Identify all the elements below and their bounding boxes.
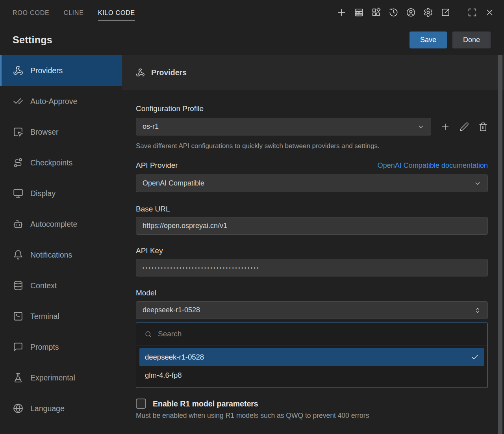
sidebar-item-label: Terminal xyxy=(30,312,59,321)
webhook-icon xyxy=(13,65,23,76)
sidebar-item-label: Language xyxy=(30,404,65,413)
api-key-input[interactable]: •••••••••••••••••••••••••••••••••••••• xyxy=(136,259,488,276)
openai-compatible-doc-link[interactable]: OpenAI Compatible documentation xyxy=(378,161,488,170)
check-icon xyxy=(471,353,479,361)
delete-profile-button[interactable] xyxy=(478,122,488,132)
model-value: deepseek-r1-0528 xyxy=(143,306,200,314)
open-in-editor-icon[interactable] xyxy=(441,7,450,17)
sidebar-item-providers[interactable]: Providers xyxy=(0,55,122,86)
sidebar-item-label: Autocomplete xyxy=(30,220,77,229)
message-icon xyxy=(13,342,23,352)
model-option-label: deepseek-r1-0528 xyxy=(145,353,204,362)
sidebar-item-label: Notifications xyxy=(30,250,72,260)
api-provider-label: API Provider xyxy=(136,161,178,170)
enable-r1-help: Must be enabled when using R1 models suc… xyxy=(136,412,488,420)
extension-topbar: ROO CODECLINEKILO CODE xyxy=(0,0,504,24)
model-label: Model xyxy=(136,289,488,297)
gear-icon[interactable] xyxy=(423,7,433,17)
route-icon xyxy=(13,158,23,168)
sidebar-item-prompts[interactable]: Prompts xyxy=(0,332,122,362)
sidebar-item-terminal[interactable]: Terminal xyxy=(0,301,122,332)
model-search-input[interactable]: Search xyxy=(158,330,182,338)
flask-icon xyxy=(13,373,23,383)
settings-sidebar: ProvidersAuto-ApproveBrowserCheckpointsD… xyxy=(0,55,122,434)
vertical-scrollbar[interactable] xyxy=(498,55,502,434)
sidebar-item-autocomplete[interactable]: Autocomplete xyxy=(0,209,122,239)
api-key-label: API Key xyxy=(136,247,488,255)
model-option-glm-4.6-fp8[interactable]: glm-4.6-fp8 xyxy=(139,366,484,384)
add-profile-button[interactable] xyxy=(441,122,450,132)
config-profile-label: Configuration Profile xyxy=(136,104,488,113)
chevron-down-icon xyxy=(417,123,424,130)
model-option-label: glm-4.6-fp8 xyxy=(145,371,182,380)
sidebar-item-label: Browser xyxy=(30,128,59,137)
account-icon[interactable] xyxy=(406,7,416,17)
close-icon[interactable] xyxy=(485,7,495,17)
plus-icon[interactable] xyxy=(337,7,346,17)
base-url-value: https://open.ospreyai.cn/v1 xyxy=(143,222,227,230)
config-profile-help: Save different API configurations to qui… xyxy=(136,142,488,150)
sidebar-item-label: Checkpoints xyxy=(30,158,72,167)
tab-cline[interactable]: CLINE xyxy=(64,4,84,20)
providers-panel: Providers Configuration Profile os-r1 Sa… xyxy=(122,55,504,434)
api-provider-select[interactable]: OpenAI Compatible xyxy=(136,174,488,192)
sidebar-item-label: Providers xyxy=(30,66,63,75)
save-button[interactable]: Save xyxy=(410,32,447,48)
config-profile-select[interactable]: os-r1 xyxy=(136,118,431,135)
terminal-icon xyxy=(13,311,23,321)
sidebar-item-browser[interactable]: Browser xyxy=(0,117,122,147)
globe-icon xyxy=(13,403,23,414)
database-icon xyxy=(13,280,23,291)
sidebar-item-language[interactable]: Language xyxy=(0,393,122,424)
bell-icon xyxy=(13,250,23,260)
model-search-row[interactable]: Search xyxy=(136,323,487,345)
enable-r1-row: Enable R1 model parameters xyxy=(136,399,488,409)
sidebar-item-context[interactable]: Context xyxy=(0,270,122,301)
mcp-servers-icon[interactable] xyxy=(354,7,364,17)
config-profile-value: os-r1 xyxy=(143,122,159,131)
tab-roo-code[interactable]: ROO CODE xyxy=(13,4,50,20)
done-button[interactable]: Done xyxy=(452,32,491,48)
extension-tabs: ROO CODECLINEKILO CODE xyxy=(13,4,135,20)
webhook-icon xyxy=(136,68,145,77)
model-select[interactable]: deepseek-r1-0528 xyxy=(136,301,488,319)
bot-icon xyxy=(13,219,23,229)
base-url-input[interactable]: https://open.ospreyai.cn/v1 xyxy=(136,217,488,235)
base-url-label: Base URL xyxy=(136,205,488,213)
sidebar-item-notifications[interactable]: Notifications xyxy=(0,239,122,270)
search-icon xyxy=(145,330,152,338)
page-title: Settings xyxy=(13,34,52,46)
sidebar-item-label: Experimental xyxy=(30,373,75,382)
screen-full-icon[interactable] xyxy=(467,7,477,17)
section-header: Providers xyxy=(122,55,504,90)
history-icon[interactable] xyxy=(389,7,398,17)
config-profile-row: os-r1 xyxy=(136,118,488,135)
settings-body: ProvidersAuto-ApproveBrowserCheckpointsD… xyxy=(0,55,504,434)
model-option-deepseek-r1-0528[interactable]: deepseek-r1-0528 xyxy=(139,348,484,366)
marketplace-icon[interactable] xyxy=(371,7,381,17)
sidebar-item-display[interactable]: Display xyxy=(0,178,122,209)
chevron-down-icon xyxy=(474,180,481,187)
api-provider-value: OpenAI Compatible xyxy=(143,179,204,187)
monitor-icon xyxy=(13,188,23,198)
providers-content: Configuration Profile os-r1 Save differe… xyxy=(122,90,504,434)
model-dropdown-panel: Search deepseek-r1-0528glm-4.6-fp8 xyxy=(136,323,488,388)
sidebar-item-checkpoints[interactable]: Checkpoints xyxy=(0,147,122,178)
enable-r1-label: Enable R1 model parameters xyxy=(153,399,258,408)
sidebar-item-auto-approve[interactable]: Auto-Approve xyxy=(0,86,122,117)
browser-pointer-icon xyxy=(13,127,23,137)
chevrons-up-down-icon xyxy=(474,307,481,314)
check-check-icon xyxy=(13,96,23,106)
enable-r1-checkbox[interactable] xyxy=(136,399,146,409)
sidebar-item-label: Auto-Approve xyxy=(30,97,77,106)
sidebar-item-experimental[interactable]: Experimental xyxy=(0,362,122,393)
tab-kilo-code[interactable]: KILO CODE xyxy=(98,4,135,20)
sidebar-item-label: Prompts xyxy=(30,343,59,352)
api-provider-label-row: API Provider OpenAI Compatible documenta… xyxy=(136,161,488,170)
settings-header: Settings Save Done xyxy=(0,24,504,55)
topbar-toolbar xyxy=(337,7,495,17)
sidebar-item-label: Display xyxy=(30,189,56,198)
toolbar-divider xyxy=(459,8,459,17)
edit-profile-button[interactable] xyxy=(460,122,469,132)
section-title: Providers xyxy=(151,68,187,77)
